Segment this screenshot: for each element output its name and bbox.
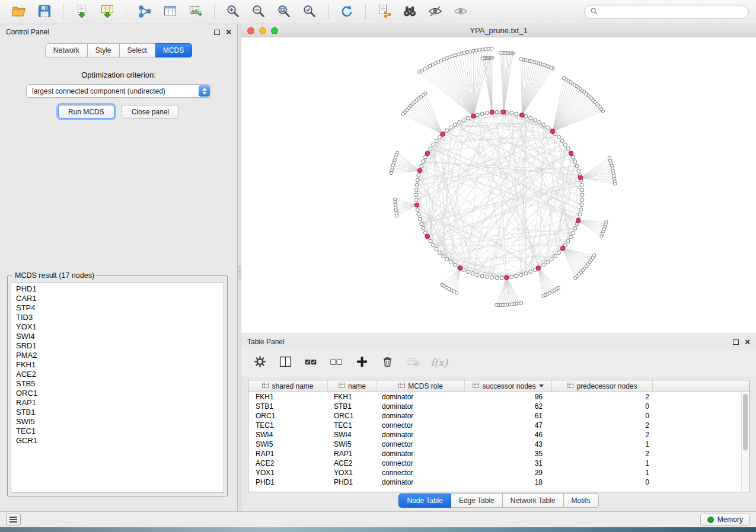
- scrollbar-thumb[interactable]: [743, 394, 748, 450]
- import-network-icon: [74, 4, 90, 21]
- column-header-mcds-role[interactable]: MCDS role: [377, 380, 465, 392]
- network-canvas[interactable]: [241, 37, 756, 334]
- maximize-window-icon[interactable]: [271, 27, 278, 34]
- new-network-button[interactable]: [133, 2, 157, 21]
- table-row[interactable]: ORC1ORC1dominator610: [248, 411, 741, 421]
- mcds-result-item[interactable]: ACE2: [11, 370, 224, 379]
- table-cell: dominator: [377, 392, 465, 402]
- table-row[interactable]: SWI5SWI5connector431: [248, 440, 741, 449]
- criterion-value: largest connected component (undirected): [32, 87, 165, 95]
- mcds-result-item[interactable]: SWI5: [11, 417, 224, 427]
- eye-slash-icon: [428, 4, 443, 21]
- mcds-result-item[interactable]: SRD1: [11, 341, 224, 351]
- table-panel-tabs: Node Table Edge Table Network Table Moti…: [398, 493, 598, 508]
- criterion-dropdown[interactable]: largest connected component (undirected): [26, 84, 211, 98]
- save-session-button[interactable]: [33, 2, 56, 21]
- table-settings-button[interactable]: [252, 355, 267, 370]
- mcds-result-item[interactable]: STB5: [11, 379, 224, 389]
- table-row[interactable]: FKH1FKH1dominator962: [248, 392, 741, 402]
- mcds-result-item[interactable]: RAP1: [11, 398, 224, 408]
- zoom-fit-button[interactable]: [272, 2, 296, 21]
- network-graph[interactable]: [241, 37, 756, 334]
- share-document-button[interactable]: [372, 2, 396, 21]
- search-box[interactable]: [584, 5, 749, 19]
- mcds-result-item[interactable]: GCR1: [11, 436, 224, 446]
- mcds-result-item[interactable]: ORC1: [11, 389, 224, 398]
- mcds-result-item[interactable]: YOX1: [11, 322, 224, 332]
- add-row-button[interactable]: [354, 355, 369, 370]
- network-window-titlebar[interactable]: YPA_prune.txt_1: [241, 24, 756, 37]
- table-row[interactable]: PHD1PHD1dominator180: [248, 477, 741, 487]
- memory-status-icon: [707, 517, 714, 523]
- table-row[interactable]: STB1STB1dominator620: [248, 402, 741, 411]
- zoom-in-button[interactable]: [221, 2, 245, 21]
- refresh-layout-button[interactable]: [335, 2, 359, 21]
- tab-network[interactable]: Network: [45, 43, 88, 57]
- column-layout-button[interactable]: [277, 355, 293, 370]
- column-header-successor-nodes[interactable]: successor nodes: [465, 380, 552, 392]
- run-mcds-button[interactable]: Run MCDS: [58, 105, 114, 118]
- menu-list-button[interactable]: [6, 514, 21, 525]
- mcds-result-item[interactable]: TEC1: [11, 427, 224, 436]
- import-network-file-button[interactable]: [70, 2, 94, 21]
- search-input[interactable]: [602, 8, 743, 16]
- refresh-icon: [339, 4, 355, 21]
- close-panel-button[interactable]: Close panel: [122, 105, 179, 118]
- tab-motifs[interactable]: Motifs: [564, 493, 599, 508]
- zoom-selected-icon: [302, 4, 317, 21]
- tab-style[interactable]: Style: [88, 43, 120, 57]
- table-cell: 61: [465, 411, 552, 421]
- birds-eye-view-button[interactable]: [449, 2, 473, 21]
- new-table-button[interactable]: [158, 2, 182, 21]
- close-window-icon[interactable]: [247, 27, 254, 34]
- table-row[interactable]: SWI4SWI4dominator462: [248, 430, 741, 440]
- export-image-icon: [188, 4, 203, 21]
- toolbar-separator: [63, 4, 63, 20]
- minimize-window-icon[interactable]: [259, 27, 266, 34]
- memory-button[interactable]: Memory: [700, 514, 750, 526]
- table-scrollbar[interactable]: [741, 393, 749, 491]
- mcds-result-item[interactable]: STB1: [11, 408, 224, 417]
- column-header-name[interactable]: name: [328, 380, 377, 392]
- close-table-panel-icon[interactable]: ×: [745, 339, 750, 345]
- tab-network-table[interactable]: Network Table: [503, 493, 564, 508]
- zoom-fit-icon: [276, 4, 292, 21]
- float-panel-icon[interactable]: [214, 30, 220, 35]
- deselect-all-button[interactable]: [328, 355, 344, 370]
- network-window: YPA_prune.txt_1: [241, 24, 756, 334]
- table-row[interactable]: RAP1RAP1dominator352: [248, 449, 741, 459]
- show-hide-annotations-button[interactable]: [423, 2, 447, 21]
- mcds-result-item[interactable]: CAR1: [11, 294, 224, 303]
- zoom-out-button[interactable]: [247, 2, 270, 21]
- tab-edge-table[interactable]: Edge Table: [451, 493, 503, 508]
- mcds-result-list[interactable]: PHD1CAR1STP4TID3YOX1SWI4SRD1PMA2FKH1ACE2…: [11, 282, 224, 493]
- delete-row-button[interactable]: [379, 355, 395, 370]
- mcds-result-item[interactable]: SWI4: [11, 332, 224, 341]
- table-row[interactable]: TEC1TEC1connector472: [248, 421, 741, 430]
- mcds-result-item[interactable]: TID3: [11, 313, 224, 322]
- table-cell: 31: [465, 459, 552, 468]
- binoculars-icon: [402, 4, 417, 21]
- export-image-button[interactable]: [184, 2, 208, 21]
- mcds-result-item[interactable]: FKH1: [11, 360, 224, 370]
- column-header-predecessor-nodes[interactable]: predecessor nodes: [552, 380, 653, 392]
- import-table-file-button[interactable]: [95, 2, 119, 21]
- mcds-result-item[interactable]: PMA2: [11, 351, 224, 360]
- select-all-button[interactable]: [303, 355, 318, 370]
- table-cell: ACE2: [248, 459, 328, 468]
- tab-select[interactable]: Select: [120, 43, 155, 57]
- float-table-panel-icon[interactable]: [733, 339, 739, 345]
- open-session-button[interactable]: [7, 2, 31, 21]
- tab-node-table[interactable]: Node Table: [398, 493, 451, 508]
- network-share-icon: [137, 4, 152, 21]
- mcds-result-item[interactable]: STP4: [11, 303, 224, 313]
- table-row[interactable]: ACE2ACE2connector311: [248, 459, 741, 468]
- find-button[interactable]: [398, 2, 422, 21]
- mcds-result-item[interactable]: PHD1: [11, 284, 224, 294]
- gear-icon: [253, 355, 267, 370]
- close-panel-icon[interactable]: ×: [226, 29, 231, 35]
- table-row[interactable]: YOX1YOX1connector291: [248, 468, 741, 477]
- zoom-selected-button[interactable]: [298, 2, 321, 21]
- tab-mcds[interactable]: MCDS: [155, 43, 192, 57]
- column-header-shared-name[interactable]: shared name: [248, 380, 328, 392]
